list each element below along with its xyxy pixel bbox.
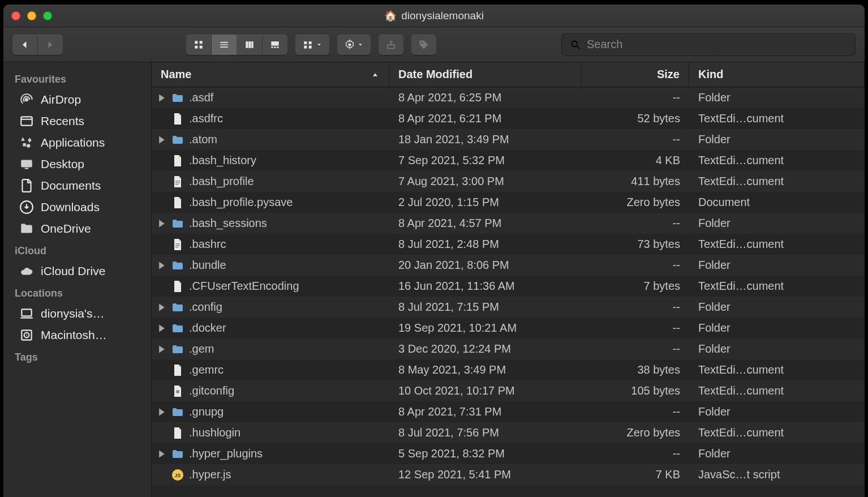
cell-name: .config — [152, 301, 389, 314]
folder-icon — [19, 221, 34, 236]
doc-icon — [171, 426, 184, 440]
file-row[interactable]: .bundle20 Jan 2021, 8:06 PM--Folder — [152, 255, 865, 276]
cell-size: -- — [582, 133, 689, 146]
file-row[interactable]: .CFUserTextEncoding16 Jun 2021, 11:36 AM… — [152, 276, 865, 297]
file-rows[interactable]: .asdf8 Apr 2021, 6:25 PM--Folder.asdfrc8… — [152, 87, 865, 497]
cell-size: -- — [582, 217, 689, 230]
file-name: .bash_sessions — [189, 217, 267, 230]
column-size[interactable]: Size — [582, 62, 689, 87]
disclosure-triangle-icon[interactable] — [157, 303, 166, 312]
disclosure-triangle-icon[interactable] — [157, 261, 166, 270]
column-view-button[interactable] — [237, 35, 263, 55]
share-group — [379, 35, 403, 55]
file-name: .gnupg — [189, 405, 224, 418]
cloud-icon — [19, 264, 34, 279]
sidebar-item-label: Desktop — [41, 157, 84, 171]
cell-size: 7 bytes — [582, 280, 689, 293]
share-button[interactable] — [379, 35, 403, 55]
search-field[interactable] — [561, 33, 856, 56]
file-row[interactable]: .asdfrc8 Apr 2021, 6:21 PM52 bytesTextEd… — [152, 108, 865, 129]
column-date[interactable]: Date Modified — [389, 62, 582, 87]
cell-date: 8 Apr 2021, 6:21 PM — [389, 112, 582, 125]
toolbar — [3, 27, 865, 62]
doc-icon — [171, 154, 184, 168]
cell-kind: TextEdi…cument — [689, 426, 865, 439]
file-row[interactable]: .atom18 Jan 2021, 3:49 PM--Folder — [152, 129, 865, 150]
sidebar-item-applications[interactable]: Applications — [3, 132, 151, 153]
column-kind[interactable]: Kind — [689, 62, 865, 87]
column-name[interactable]: Name — [152, 62, 389, 87]
sidebar-item-onedrive[interactable]: OneDrive — [3, 218, 151, 239]
file-row[interactable]: .gitconfig10 Oct 2021, 10:17 PM105 bytes… — [152, 380, 865, 401]
sidebar-item-label: Documents — [41, 179, 101, 192]
titlebar[interactable]: 🏠 dionysialemonaki — [3, 5, 865, 27]
sidebar-item-icloud-drive[interactable]: iCloud Drive — [3, 260, 151, 282]
tags-button[interactable] — [411, 35, 436, 55]
minimize-button[interactable] — [27, 11, 36, 20]
cell-kind: Folder — [689, 405, 865, 418]
sidebar-item-downloads[interactable]: Downloads — [3, 196, 151, 218]
file-row[interactable]: .docker19 Sep 2021, 10:21 AM--Folder — [152, 318, 865, 339]
file-row[interactable]: .config8 Jul 2021, 7:15 PM--Folder — [152, 297, 865, 318]
back-button[interactable] — [12, 35, 38, 55]
sidebar[interactable]: FavouritesAirDropRecentsApplicationsDesk… — [3, 62, 152, 497]
disclosure-triangle-icon[interactable] — [157, 93, 166, 102]
cell-size: -- — [582, 91, 689, 104]
file-row[interactable]: .bash_profile.pysave2 Jul 2020, 1:15 PMZ… — [152, 192, 865, 213]
cell-kind: Folder — [689, 91, 865, 104]
cell-date: 8 Apr 2021, 7:31 PM — [389, 405, 582, 418]
desktop-icon — [19, 157, 34, 172]
cell-size: 105 bytes — [582, 384, 689, 397]
sidebar-item-documents[interactable]: Documents — [3, 175, 151, 196]
file-name: .CFUserTextEncoding — [189, 280, 299, 293]
list-view-button[interactable] — [212, 35, 237, 55]
search-input[interactable] — [587, 38, 847, 51]
disclosure-triangle-icon[interactable] — [157, 219, 166, 228]
sidebar-item-dionysia-s-[interactable]: dionysia's… — [3, 303, 151, 324]
zoom-button[interactable] — [43, 11, 52, 20]
file-row[interactable]: .gem3 Dec 2020, 12:24 PM--Folder — [152, 339, 865, 359]
sidebar-item-airdrop[interactable]: AirDrop — [3, 89, 151, 110]
cell-kind: Folder — [689, 301, 865, 314]
column-headers: Name Date Modified Size Kind — [152, 62, 865, 87]
home-icon: 🏠 — [384, 10, 397, 22]
file-row[interactable]: .bash_history7 Sep 2021, 5:32 PM4 KBText… — [152, 150, 865, 171]
disclosure-triangle-icon[interactable] — [157, 345, 166, 354]
file-row[interactable]: .asdf8 Apr 2021, 6:25 PM--Folder — [152, 87, 865, 108]
sidebar-item-recents[interactable]: Recents — [3, 110, 151, 132]
cell-kind: TextEdi…cument — [689, 363, 865, 376]
file-row[interactable]: .bashrc8 Jul 2021, 2:48 PM73 bytesTextEd… — [152, 234, 865, 255]
tags-group — [411, 35, 436, 55]
folder-icon — [171, 91, 184, 105]
file-row[interactable]: .bash_sessions8 Apr 2021, 4:57 PM--Folde… — [152, 213, 865, 234]
disclosure-triangle-icon[interactable] — [157, 324, 166, 333]
text-icon — [171, 175, 184, 188]
action-button[interactable] — [337, 35, 371, 55]
sidebar-item-macintosh-[interactable]: Macintosh… — [3, 324, 151, 346]
close-button[interactable] — [11, 11, 20, 20]
disclosure-triangle-icon[interactable] — [157, 135, 166, 144]
file-row[interactable]: .hyper_plugins5 Sep 2021, 8:32 PM--Folde… — [152, 443, 865, 464]
group-button[interactable] — [295, 35, 329, 55]
sidebar-item-desktop[interactable]: Desktop — [3, 153, 151, 175]
file-row[interactable]: .hyper.js12 Sep 2021, 5:41 PM7 KBJavaSc…… — [152, 464, 865, 485]
file-row[interactable]: .bash_profile7 Aug 2021, 3:00 PM411 byte… — [152, 171, 865, 192]
gallery-view-button[interactable] — [263, 35, 287, 55]
folder-icon — [171, 322, 184, 335]
file-row[interactable]: .gemrc8 May 2021, 3:49 PM38 bytesTextEdi… — [152, 359, 865, 380]
file-row[interactable]: .hushlogin8 Jul 2021, 7:56 PMZero bytesT… — [152, 422, 865, 443]
cell-name: .bash_sessions — [152, 217, 389, 230]
cell-date: 8 Apr 2021, 4:57 PM — [389, 217, 582, 230]
cell-name: .gitconfig — [152, 384, 389, 398]
sidebar-item-label: Recents — [41, 114, 84, 128]
cell-name: .gemrc — [152, 363, 389, 377]
disclosure-triangle-icon[interactable] — [157, 408, 166, 417]
file-row[interactable]: .gnupg8 Apr 2021, 7:31 PM--Folder — [152, 401, 865, 422]
icon-view-button[interactable] — [186, 35, 212, 55]
disclosure-triangle-icon[interactable] — [157, 449, 166, 459]
cell-size: 4 KB — [582, 154, 689, 167]
cell-name: .gem — [152, 342, 389, 356]
cell-size: -- — [582, 322, 689, 335]
forward-button[interactable] — [38, 35, 63, 55]
cell-size: 411 bytes — [582, 175, 689, 188]
